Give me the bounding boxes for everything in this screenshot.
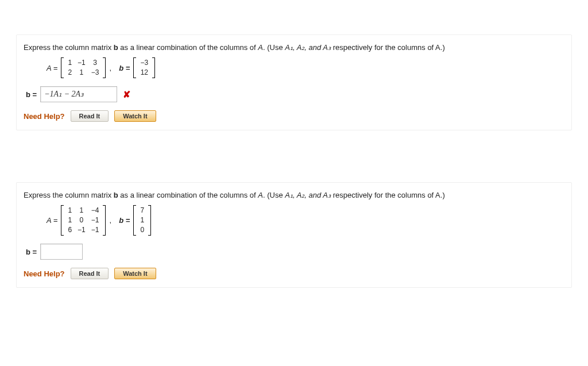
need-help-label: Need Help? — [24, 112, 65, 121]
answer-label: b = — [26, 90, 37, 99]
question-1-prompt: Express the column matrix b as a linear … — [24, 43, 564, 52]
watch-it-button[interactable]: Watch It — [114, 268, 156, 279]
incorrect-icon: ✘ — [123, 89, 130, 100]
question-2: Express the column matrix b as a linear … — [16, 182, 572, 288]
read-it-button[interactable]: Read It — [71, 110, 109, 122]
answer-input[interactable] — [40, 244, 83, 260]
matrix-A-label: A = — [47, 216, 57, 225]
vector-b: −3 12 — [133, 57, 155, 78]
separator-comma: , — [109, 64, 115, 72]
question-2-prompt: Express the column matrix b as a linear … — [24, 191, 564, 199]
question-2-given: A = 11−4 10−1 6−1−1 , b = 7 1 0 — [47, 205, 564, 236]
separator-comma: , — [109, 216, 115, 225]
vector-b-label: b = — [119, 216, 130, 225]
watch-it-button[interactable]: Watch It — [114, 110, 156, 122]
answer-input[interactable]: −1A₁ − 2A₃ — [40, 86, 117, 102]
question-1-answer-row: b = −1A₁ − 2A₃ ✘ — [26, 86, 564, 102]
help-row: Need Help? Read It Watch It — [24, 110, 564, 122]
answer-label: b = — [26, 248, 37, 256]
vector-b: 7 1 0 — [133, 205, 151, 236]
need-help-label: Need Help? — [24, 269, 65, 278]
question-2-answer-row: b = — [26, 244, 564, 260]
question-1: Express the column matrix b as a linear … — [16, 34, 572, 130]
help-row: Need Help? Read It Watch It — [24, 268, 564, 279]
page: Express the column matrix b as a linear … — [0, 0, 588, 363]
vector-b-label: b = — [119, 64, 130, 72]
question-1-given: A = 1−13 21−3 , b = −3 12 — [47, 57, 564, 78]
matrix-A: 1−13 21−3 — [61, 57, 106, 78]
matrix-A: 11−4 10−1 6−1−1 — [61, 205, 106, 236]
matrix-A-label: A = — [47, 64, 57, 72]
read-it-button[interactable]: Read It — [71, 268, 109, 279]
